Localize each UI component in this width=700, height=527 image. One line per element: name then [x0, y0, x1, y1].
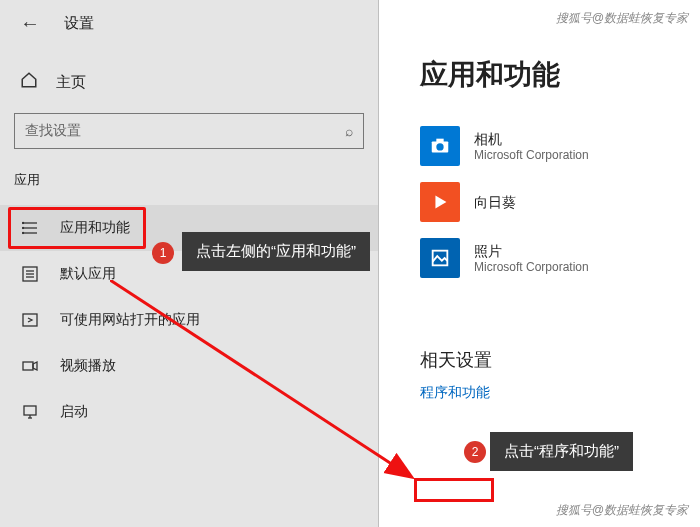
svg-rect-10 — [23, 314, 37, 326]
settings-title: 设置 — [64, 14, 94, 33]
watermark-bottom: 搜狐号@数据蛙恢复专家 — [556, 502, 688, 519]
sidebar-item-label: 应用和功能 — [60, 219, 130, 237]
nav-section-label: 应用 — [0, 165, 378, 205]
annotation-tooltip-1: 点击左侧的“应用和功能” — [182, 232, 370, 271]
svg-point-4 — [23, 228, 24, 229]
svg-point-5 — [23, 233, 24, 234]
annotation-tooltip-2: 点击“程序和功能” — [490, 432, 633, 471]
programs-and-features-link[interactable]: 程序和功能 — [420, 382, 490, 404]
sidebar-item-video-playback[interactable]: 视频播放 — [0, 343, 378, 389]
search-input[interactable]: 查找设置 ⌕ — [14, 113, 364, 149]
svg-point-17 — [436, 143, 443, 150]
sunflower-icon — [420, 182, 460, 222]
startup-icon — [20, 404, 40, 420]
app-name: 照片 — [474, 242, 589, 260]
defaults-icon — [20, 266, 40, 282]
top-bar: ← 设置 — [0, 0, 378, 43]
app-list-item[interactable]: 照片 Microsoft Corporation — [384, 230, 700, 286]
photos-icon — [420, 238, 460, 278]
app-info: 向日葵 — [474, 193, 516, 211]
sidebar-item-startup[interactable]: 启动 — [0, 389, 378, 435]
sidebar-item-apps-for-websites[interactable]: 可使用网站打开的应用 — [0, 297, 378, 343]
search-placeholder: 查找设置 — [25, 122, 81, 140]
app-list-item[interactable]: 向日葵 — [384, 174, 700, 230]
sidebar-home[interactable]: 主页 — [0, 43, 378, 103]
svg-rect-13 — [24, 406, 36, 415]
back-icon[interactable]: ← — [20, 12, 40, 35]
app-info: 照片 Microsoft Corporation — [474, 242, 589, 274]
svg-marker-19 — [435, 196, 446, 209]
sidebar-item-label: 视频播放 — [60, 357, 116, 375]
watermark-top: 搜狐号@数据蛙恢复专家 — [556, 10, 688, 27]
sidebar-item-label: 可使用网站打开的应用 — [60, 311, 200, 329]
home-label: 主页 — [56, 73, 86, 92]
app-list-item[interactable]: 相机 Microsoft Corporation — [384, 118, 700, 174]
related-settings-heading: 相天设置 — [384, 286, 700, 382]
app-name: 向日葵 — [474, 193, 516, 211]
sidebar-item-label: 默认应用 — [60, 265, 116, 283]
app-publisher: Microsoft Corporation — [474, 260, 589, 274]
camera-icon — [420, 126, 460, 166]
website-icon — [20, 312, 40, 328]
app-name: 相机 — [474, 130, 589, 148]
app-info: 相机 Microsoft Corporation — [474, 130, 589, 162]
svg-rect-18 — [436, 139, 443, 143]
video-icon — [20, 358, 40, 374]
annotation-badge-2: 2 — [464, 441, 486, 463]
search-icon: ⌕ — [345, 123, 353, 139]
svg-point-3 — [23, 223, 24, 224]
annotation-badge-1: 1 — [152, 242, 174, 264]
svg-marker-12 — [33, 362, 37, 370]
list-icon — [20, 220, 40, 236]
home-icon — [20, 71, 38, 93]
app-publisher: Microsoft Corporation — [474, 148, 589, 162]
sidebar-item-label: 启动 — [60, 403, 88, 421]
svg-rect-11 — [23, 362, 33, 370]
